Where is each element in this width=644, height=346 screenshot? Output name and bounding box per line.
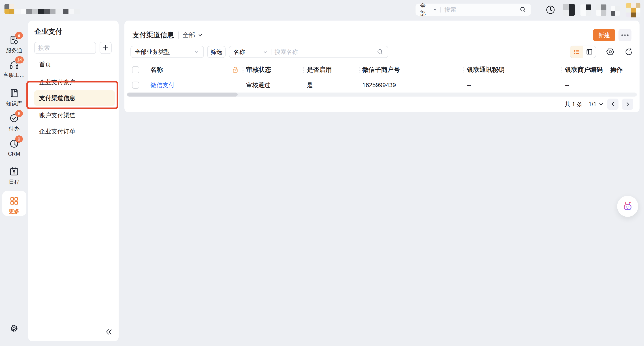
add-button[interactable] bbox=[100, 42, 112, 54]
table-row[interactable]: 微信支付 审核通过 是 1625999439 -- -- bbox=[124, 78, 637, 93]
list-view-button[interactable] bbox=[570, 46, 583, 58]
search-scope-dropdown[interactable]: 全部 bbox=[420, 2, 431, 17]
app-rail: 9 服务通 14 客服工… bbox=[0, 20, 28, 346]
page-title: 支付渠道信息 bbox=[132, 30, 174, 40]
row-unionpay-code: -- bbox=[565, 82, 610, 89]
rail-label: 日程 bbox=[9, 178, 20, 185]
previous-page-button[interactable] bbox=[607, 99, 618, 110]
user-avatar[interactable] bbox=[626, 3, 640, 17]
book-icon bbox=[9, 88, 20, 99]
chevron-down-icon bbox=[433, 7, 438, 12]
column-header-enabled[interactable]: 是否启用 bbox=[307, 65, 362, 74]
ai-assistant-button[interactable] bbox=[617, 196, 638, 217]
grid-icon bbox=[9, 195, 20, 206]
rail-label: 知识库 bbox=[6, 100, 22, 107]
global-search-input[interactable] bbox=[444, 6, 519, 13]
page-header: 支付渠道信息 全部 新建 bbox=[132, 29, 632, 42]
refresh-icon[interactable] bbox=[624, 47, 633, 56]
chevron-down-icon[interactable] bbox=[197, 32, 203, 38]
search-icon[interactable] bbox=[376, 48, 384, 55]
chevron-down-icon bbox=[194, 49, 200, 54]
search-divider bbox=[440, 7, 441, 12]
sidebar-item-label: 支付渠道信息 bbox=[39, 94, 76, 102]
table-header: 名称 审核状态 是否启用 微信子商户号 银联通讯秘钥 银联商户编码 操作 bbox=[124, 63, 637, 77]
column-header-audit-status[interactable]: 审核状态 bbox=[246, 65, 307, 74]
sidebar-search bbox=[34, 42, 96, 54]
search-field-dropdown[interactable]: 名称 bbox=[234, 48, 262, 56]
sidebar-item-enterprise-pay-order[interactable]: 企业支付订单 bbox=[34, 124, 115, 139]
view-scope-dropdown[interactable]: 全部 bbox=[182, 31, 195, 39]
pagination-total: 共 1 条 bbox=[564, 100, 583, 108]
row-unionpay-key: -- bbox=[467, 82, 565, 89]
redacted-workspace-name bbox=[15, 9, 61, 14]
row-name-link[interactable]: 微信支付 bbox=[150, 81, 232, 89]
sidebar-item-home[interactable]: 首页 bbox=[34, 57, 115, 72]
horizontal-scrollbar-thumb[interactable] bbox=[127, 93, 238, 97]
next-page-button[interactable] bbox=[622, 99, 633, 110]
name-search-combo: 名称 bbox=[229, 46, 388, 58]
redacted-icon[interactable] bbox=[596, 4, 606, 16]
redacted-text-block bbox=[63, 9, 80, 14]
rail-item-knowledge[interactable]: 知识库 bbox=[0, 88, 28, 107]
clock-icon[interactable] bbox=[546, 5, 556, 15]
chevron-down-icon[interactable] bbox=[262, 49, 268, 54]
badge: 9 bbox=[15, 32, 23, 39]
collapse-sidebar-icon[interactable] bbox=[105, 329, 113, 336]
badge: 14 bbox=[15, 56, 24, 63]
view-toggle bbox=[570, 46, 596, 58]
plus-icon bbox=[102, 44, 109, 51]
chevron-down-icon[interactable] bbox=[598, 101, 604, 107]
rail-item-service[interactable]: 9 服务通 bbox=[0, 34, 28, 54]
sidebar-item-label: 企业支付订单 bbox=[39, 127, 76, 136]
row-checkbox[interactable] bbox=[132, 82, 139, 89]
column-header-unionpay-key[interactable]: 银联通讯秘钥 bbox=[467, 65, 565, 74]
filter-toolbar: 全部业务类型 筛选 名称 bbox=[130, 46, 633, 58]
pagination: 共 1 条 1/1 bbox=[564, 98, 633, 110]
rail-item-crm[interactable]: 9 CRM bbox=[0, 138, 28, 157]
calendar-day-number: 5 bbox=[8, 170, 20, 174]
create-new-button[interactable]: 新建 bbox=[593, 29, 615, 41]
chevron-left-icon bbox=[610, 102, 615, 107]
business-type-value: 全部业务类型 bbox=[135, 48, 194, 56]
rail-item-calendar[interactable]: 5 日程 bbox=[0, 166, 28, 185]
gear-icon[interactable] bbox=[10, 324, 18, 334]
board-view-icon bbox=[586, 48, 593, 56]
business-type-dropdown[interactable]: 全部业务类型 bbox=[130, 46, 204, 58]
pagination-page-dropdown[interactable]: 1/1 bbox=[588, 101, 596, 108]
title-divider bbox=[178, 31, 178, 39]
badge: 6 bbox=[15, 110, 23, 117]
board-view-button[interactable] bbox=[583, 46, 596, 58]
more-actions-button[interactable] bbox=[618, 29, 632, 41]
column-header-wechat-sub-merchant[interactable]: 微信子商户号 bbox=[362, 65, 467, 74]
rail-item-todo[interactable]: 6 待办 bbox=[0, 113, 28, 132]
workspace-logo[interactable] bbox=[4, 4, 14, 14]
rail-label: CRM bbox=[8, 151, 20, 157]
badge: 9 bbox=[15, 136, 23, 143]
sidebar-item-label: 账户支付渠道 bbox=[39, 111, 76, 119]
sidebar-item-account-payment-channel[interactable]: 账户支付渠道 bbox=[34, 108, 115, 123]
redacted-icon[interactable] bbox=[563, 4, 575, 16]
redacted-icon[interactable] bbox=[580, 4, 591, 16]
lock-icon bbox=[232, 66, 239, 73]
sidebar-search-input[interactable] bbox=[38, 44, 92, 51]
row-wechat-sub-merchant: 1625999439 bbox=[362, 82, 467, 89]
app-root: 全部 bbox=[0, 0, 644, 346]
rail-item-support[interactable]: 14 客服工… bbox=[0, 59, 28, 79]
view-settings-icon[interactable] bbox=[606, 47, 615, 57]
column-header-unionpay-code[interactable]: 银联商户编码 bbox=[565, 65, 610, 74]
name-search-input[interactable] bbox=[274, 48, 376, 55]
redacted-icon[interactable] bbox=[611, 6, 620, 16]
search-icon[interactable] bbox=[519, 6, 526, 13]
combo-divider bbox=[271, 49, 272, 55]
chevron-right-icon bbox=[625, 102, 630, 107]
filter-button[interactable]: 筛选 bbox=[207, 46, 226, 58]
rail-label: 服务通 bbox=[6, 47, 22, 54]
horizontal-scrollbar-track[interactable] bbox=[127, 93, 637, 97]
sidebar-item-enterprise-pay-account[interactable]: 企业支付账户 bbox=[34, 75, 115, 89]
column-header-name[interactable]: 名称 bbox=[150, 65, 232, 74]
rail-item-more[interactable]: 更多 bbox=[0, 195, 28, 215]
sidebar-item-payment-channel-info[interactable]: 支付渠道信息 bbox=[34, 90, 115, 106]
column-header-actions: 操作 bbox=[610, 65, 637, 74]
select-all-checkbox[interactable] bbox=[132, 66, 139, 73]
sidebar-item-label: 企业支付账户 bbox=[39, 78, 76, 86]
